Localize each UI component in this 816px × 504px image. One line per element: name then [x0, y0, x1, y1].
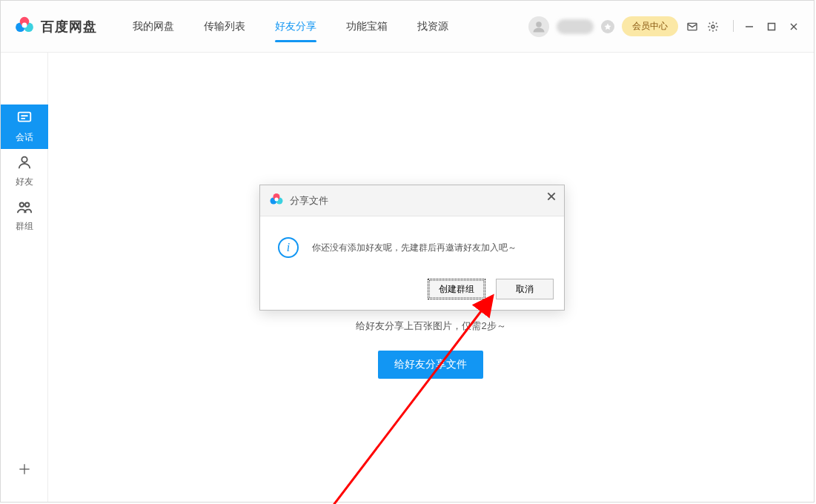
svg-point-6 — [711, 25, 714, 28]
empty-state: 给好友分享上百张图片，仅需2步～ 给好友分享文件 — [356, 319, 505, 379]
mail-icon[interactable] — [686, 20, 699, 33]
nav-my-disk[interactable]: 我的网盘 — [133, 1, 174, 53]
sidebar-item-groups[interactable]: 群组 — [1, 193, 48, 238]
nav-transfer-list[interactable]: 传输列表 — [204, 1, 245, 53]
share-file-dialog: 分享文件 i 你还没有添加好友呢，先建群后再邀请好友加入吧～ 创建群组 取消 — [259, 185, 565, 311]
empty-hint-text: 给好友分享上百张图片，仅需2步～ — [356, 319, 505, 333]
body: 会话 好友 群组 给好友分享上百张 — [1, 53, 814, 502]
left-sidebar: 会话 好友 群组 — [1, 53, 48, 502]
app-window: 百度网盘 我的网盘 传输列表 好友分享 功能宝箱 找资源 会员中心 — [0, 0, 815, 503]
sidebar-add-button[interactable] — [1, 453, 48, 488]
cloud-logo-icon — [269, 192, 284, 210]
person-icon — [16, 154, 33, 173]
dialog-body: i 你还没有添加好友呢，先建群后再邀请好友加入吧～ — [260, 216, 564, 271]
nav-label: 传输列表 — [204, 20, 245, 33]
svg-rect-8 — [769, 23, 775, 30]
nav-toolbox[interactable]: 功能宝箱 — [346, 1, 388, 53]
chat-icon — [16, 110, 33, 128]
svg-point-12 — [21, 157, 27, 162]
nav-label: 功能宝箱 — [346, 20, 388, 33]
user-name-blurred — [557, 19, 594, 34]
nav-label: 找资源 — [417, 20, 448, 33]
dialog-close-icon[interactable] — [546, 191, 557, 205]
app-logo: 百度网盘 — [14, 15, 97, 39]
plus-icon — [17, 462, 32, 480]
maximize-icon[interactable] — [765, 20, 778, 33]
nav-label: 我的网盘 — [133, 20, 174, 33]
app-title: 百度网盘 — [41, 18, 97, 36]
sidebar-item-label: 会话 — [16, 131, 33, 144]
create-group-button[interactable]: 创建群组 — [428, 279, 485, 299]
nav-find-resources[interactable]: 找资源 — [417, 1, 448, 53]
svg-point-13 — [19, 203, 23, 208]
sidebar-item-chat[interactable]: 会话 — [1, 105, 48, 149]
group-icon — [16, 199, 33, 217]
minimize-icon[interactable] — [743, 20, 756, 33]
svg-point-3 — [22, 22, 27, 27]
share-to-friends-button[interactable]: 给好友分享文件 — [378, 351, 483, 379]
vip-badge-icon — [601, 20, 614, 33]
svg-point-14 — [24, 203, 28, 208]
sidebar-item-label: 好友 — [16, 176, 33, 188]
nav-label: 好友分享 — [275, 20, 316, 33]
sidebar-item-friends[interactable]: 好友 — [1, 149, 48, 193]
sidebar-item-label: 群组 — [16, 220, 33, 233]
cancel-button[interactable]: 取消 — [496, 279, 554, 299]
main-panel: 给好友分享上百张图片，仅需2步～ 给好友分享文件 分享文件 — [48, 53, 814, 502]
svg-point-4 — [536, 21, 542, 27]
separator — [733, 20, 734, 32]
svg-point-20 — [275, 197, 279, 201]
cloud-logo-icon — [14, 15, 35, 39]
header-bar: 百度网盘 我的网盘 传输列表 好友分享 功能宝箱 找资源 会员中心 — [1, 1, 814, 53]
window-controls — [733, 20, 800, 33]
top-nav: 我的网盘 传输列表 好友分享 功能宝箱 找资源 — [133, 1, 448, 53]
user-avatar[interactable] — [528, 16, 549, 37]
header-right: 会员中心 — [528, 16, 800, 37]
dialog-header: 分享文件 — [260, 185, 564, 216]
vip-center-button[interactable]: 会员中心 — [622, 16, 678, 36]
dialog-message: 你还没有添加好友呢，先建群后再邀请好友加入吧～ — [312, 242, 517, 254]
info-icon: i — [278, 237, 299, 258]
dialog-footer: 创建群组 取消 — [260, 271, 564, 310]
svg-rect-11 — [18, 113, 30, 122]
nav-friend-share[interactable]: 好友分享 — [275, 1, 316, 53]
settings-icon[interactable] — [706, 20, 720, 33]
close-window-icon[interactable] — [787, 20, 800, 33]
dialog-title: 分享文件 — [290, 194, 328, 208]
